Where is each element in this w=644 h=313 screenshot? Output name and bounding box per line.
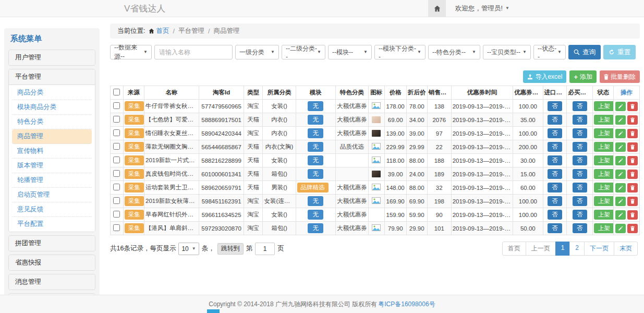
delete-button[interactable] — [627, 156, 638, 165]
status-toggle[interactable]: 上架 — [594, 101, 614, 111]
import-select-toggle[interactable]: 否 — [548, 210, 562, 220]
must-buy-toggle[interactable]: 否 — [573, 128, 587, 138]
edit-button[interactable] — [615, 170, 626, 179]
must-buy-toggle[interactable]: 否 — [573, 101, 587, 111]
import-select-toggle[interactable]: 否 — [548, 115, 562, 125]
pager-item[interactable]: 上一页 — [526, 242, 556, 256]
must-buy-toggle[interactable]: 否 — [573, 210, 587, 220]
row-checkbox[interactable] — [113, 170, 120, 177]
pager-item[interactable]: 下一页 — [584, 242, 614, 256]
row-checkbox[interactable] — [113, 143, 120, 150]
delete-button[interactable] — [627, 170, 638, 179]
status-toggle[interactable]: 上架 — [594, 115, 614, 125]
status-toggle[interactable]: 上架 — [594, 183, 614, 192]
icp-link[interactable]: 粤ICP备16098006号 — [378, 300, 435, 309]
status-toggle[interactable]: 上架 — [594, 142, 614, 152]
filter-select-data-source[interactable]: --数据来源-- ▼ — [110, 45, 152, 59]
reset-button[interactable]: 重置 — [603, 45, 636, 59]
filter-select[interactable]: --模块--▼ — [328, 45, 372, 59]
sidebar-subitem[interactable]: 商品管理 — [12, 129, 92, 144]
import-select-toggle[interactable]: 否 — [548, 128, 562, 138]
status-toggle[interactable]: 上架 — [594, 155, 614, 165]
sidebar-item-panel[interactable]: 消息管理 — [8, 274, 95, 290]
pager-item[interactable]: 末页 — [614, 242, 638, 256]
breadcrumb-home-link[interactable]: 首页 — [149, 27, 169, 35]
add-button[interactable]: + 添加 — [569, 70, 597, 83]
pager-item[interactable]: 首页 — [502, 242, 526, 256]
delete-button[interactable] — [627, 210, 638, 220]
edit-button[interactable] — [615, 224, 626, 233]
status-toggle[interactable]: 上架 — [594, 169, 614, 179]
must-buy-toggle[interactable]: 否 — [573, 183, 587, 192]
edit-button[interactable] — [615, 197, 626, 206]
delete-button[interactable] — [627, 115, 638, 125]
must-buy-toggle[interactable]: 否 — [573, 115, 587, 125]
sidebar-subitem[interactable]: 宣传物料 — [12, 144, 92, 159]
filter-select[interactable]: --二级分类--▼ — [282, 45, 325, 59]
pager-item[interactable]: 1 — [555, 242, 570, 256]
filter-select[interactable]: 一级分类▼ — [235, 45, 279, 59]
import-select-toggle[interactable]: 否 — [548, 155, 562, 165]
delete-button[interactable] — [627, 183, 638, 192]
import-select-toggle[interactable]: 否 — [548, 169, 562, 179]
sidebar-item-user-management[interactable]: 用户管理 — [8, 50, 95, 66]
status-toggle[interactable]: 上架 — [594, 210, 614, 220]
sidebar-item-panel[interactable]: 拼团管理 — [8, 235, 95, 251]
pager-item[interactable]: 2 — [569, 242, 585, 256]
delete-button[interactable] — [627, 142, 638, 152]
edit-button[interactable] — [615, 210, 626, 220]
import-excel-button[interactable]: 导入excel — [523, 70, 566, 83]
must-buy-toggle[interactable]: 否 — [573, 142, 587, 152]
edit-button[interactable] — [615, 129, 626, 138]
edit-button[interactable] — [615, 102, 626, 111]
import-select-toggle[interactable]: 否 — [548, 142, 562, 152]
sidebar-subitem[interactable]: 意见反馈 — [12, 202, 92, 217]
search-button[interactable]: 查询 — [568, 45, 601, 59]
home-button[interactable] — [428, 0, 446, 17]
per-page-select[interactable]: 10 ▼ — [178, 243, 199, 255]
filter-select[interactable]: --特色分类--▼ — [428, 45, 480, 59]
must-buy-toggle[interactable]: 否 — [573, 196, 587, 206]
sidebar-subitem[interactable]: 平台配置 — [12, 217, 92, 231]
status-toggle[interactable]: 上架 — [594, 223, 614, 233]
import-select-toggle[interactable]: 否 — [548, 196, 562, 206]
panel-label[interactable]: 省惠快报 — [9, 255, 95, 270]
row-checkbox[interactable] — [113, 156, 120, 163]
sidebar-subitem[interactable]: 启动页管理 — [12, 188, 92, 202]
jump-button[interactable]: 跳转到 — [217, 243, 244, 255]
panel-label[interactable]: 拼团管理 — [9, 236, 95, 251]
delete-button[interactable] — [627, 102, 638, 111]
filter-select[interactable]: --状态--▼ — [533, 45, 566, 59]
row-checkbox[interactable] — [113, 116, 120, 123]
import-select-toggle[interactable]: 否 — [548, 223, 562, 233]
row-checkbox[interactable] — [113, 224, 120, 231]
import-select-toggle[interactable]: 否 — [548, 101, 562, 111]
status-toggle[interactable]: 上架 — [594, 128, 614, 138]
sidebar-subitem[interactable]: 模块商品分类 — [12, 100, 92, 115]
row-checkbox[interactable] — [113, 197, 120, 204]
must-buy-toggle[interactable]: 否 — [573, 169, 587, 179]
row-checkbox[interactable] — [113, 211, 120, 218]
must-buy-toggle[interactable]: 否 — [573, 223, 587, 233]
edit-button[interactable] — [615, 156, 626, 165]
edit-button[interactable] — [615, 142, 626, 152]
edit-button[interactable] — [615, 115, 626, 125]
sidebar-subitem[interactable]: 特色分类 — [12, 115, 92, 129]
sidebar-subitem[interactable]: 轮播管理 — [12, 173, 92, 188]
status-toggle[interactable]: 上架 — [594, 196, 614, 206]
row-checkbox[interactable] — [113, 184, 120, 190]
delete-button[interactable] — [627, 224, 638, 233]
panel-label[interactable]: 用户管理 — [9, 50, 95, 65]
filter-select[interactable]: --模块下分类--▼ — [374, 45, 426, 59]
sidebar-item-panel[interactable]: 省惠快报 — [8, 255, 95, 271]
user-menu[interactable]: 欢迎您，管理员! ▼ — [446, 4, 513, 13]
must-buy-toggle[interactable]: 否 — [573, 155, 587, 165]
delete-button[interactable] — [627, 197, 638, 206]
batch-delete-button[interactable]: 批量删除 — [600, 70, 640, 83]
sidebar-subitem[interactable]: 版本管理 — [12, 159, 92, 173]
sidebar-subitem[interactable]: 商品分类 — [12, 86, 92, 100]
row-checkbox[interactable] — [113, 102, 120, 109]
row-checkbox[interactable] — [113, 129, 120, 136]
panel-label[interactable]: 消息管理 — [9, 274, 95, 290]
filter-select[interactable]: --宝贝类型--▼ — [483, 45, 531, 59]
